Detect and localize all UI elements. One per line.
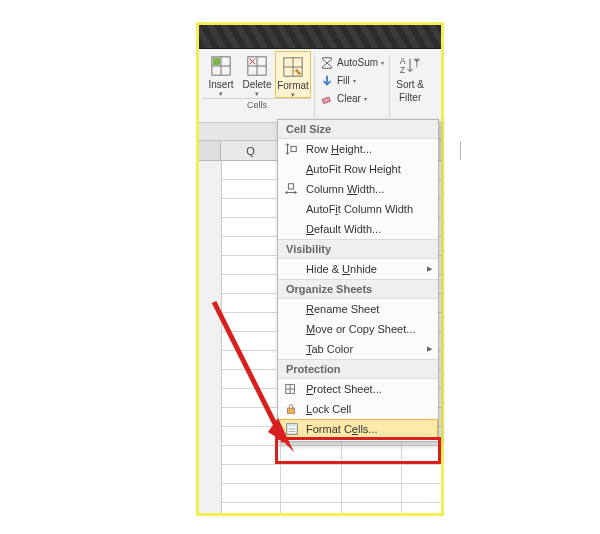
svg-text:A: A (400, 57, 406, 66)
menu-item-tab-color[interactable]: Tab Color ▶ (278, 339, 438, 359)
menu-label: Protect Sheet... (306, 383, 382, 395)
svg-rect-20 (288, 408, 295, 413)
sort-filter-label-1: Sort & (396, 79, 424, 90)
autosum-button[interactable]: AutoSum ▾ (318, 54, 386, 71)
group-label-cells: Cells (203, 98, 311, 111)
ribbon-editing-stack: AutoSum ▾ Fill ▾ Clear ▾ (318, 51, 386, 122)
protect-sheet-icon (284, 382, 298, 396)
ribbon-separator (314, 55, 315, 118)
menu-label: AutoFit Column Width (306, 203, 413, 215)
menu-label: Move or Copy Sheet... (306, 323, 415, 335)
fill-button[interactable]: Fill ▾ (318, 72, 386, 89)
menu-item-lock-cell[interactable]: Lock Cell (278, 399, 438, 419)
menu-item-row-height[interactable]: Row Height... (278, 139, 438, 159)
chevron-down-icon: ▾ (219, 92, 223, 96)
menu-label: Row Height... (306, 143, 372, 155)
insert-label: Insert (208, 79, 233, 90)
delete-label: Delete (243, 79, 272, 90)
svg-rect-22 (287, 424, 298, 427)
chevron-down-icon: ▾ (353, 77, 356, 84)
menu-label: Rename Sheet (306, 303, 379, 315)
column-header[interactable]: Q (221, 141, 281, 160)
menu-label: Format Cells... (306, 423, 378, 435)
svg-rect-15 (291, 146, 296, 151)
menu-item-autofit-row-height[interactable]: AutoFit Row Height (278, 159, 438, 179)
column-width-icon (284, 182, 298, 196)
menu-item-format-cells[interactable]: Format Cells... (278, 419, 438, 439)
menu-label: Hide & Unhide (306, 263, 377, 275)
menu-section-visibility: Visibility (278, 239, 438, 259)
format-button[interactable]: Format ▾ (275, 51, 311, 98)
menu-section-cell-size: Cell Size (278, 120, 438, 139)
chevron-down-icon: ▾ (255, 92, 259, 96)
sort-filter-label-2: Filter (399, 92, 421, 103)
delete-cells-icon (246, 55, 268, 77)
menu-label: Column Width... (306, 183, 384, 195)
menu-item-move-copy-sheet[interactable]: Move or Copy Sheet... (278, 319, 438, 339)
ribbon: Insert ▾ Delete ▾ Format ▾ Cells (199, 49, 441, 123)
menu-label: Lock Cell (306, 403, 351, 415)
svg-rect-3 (213, 58, 220, 65)
menu-item-rename-sheet[interactable]: Rename Sheet (278, 299, 438, 319)
format-cells-icon (282, 56, 304, 78)
autosum-label: AutoSum (337, 57, 378, 68)
menu-item-hide-unhide[interactable]: Hide & Unhide ▶ (278, 259, 438, 279)
column-letter: Q (246, 145, 255, 157)
menu-section-organize: Organize Sheets (278, 279, 438, 299)
submenu-arrow-icon: ▶ (427, 265, 432, 273)
svg-rect-16 (288, 184, 293, 189)
sigma-icon (320, 56, 334, 70)
chevron-down-icon: ▾ (364, 95, 367, 102)
format-dropdown-menu: Cell Size Row Height... AutoFit Row Heig… (277, 119, 439, 442)
delete-button[interactable]: Delete ▾ (239, 51, 275, 98)
ribbon-group-cells: Insert ▾ Delete ▾ Format ▾ Cells (203, 51, 311, 122)
format-cells-dialog-icon (285, 422, 299, 436)
menu-label: Default Width... (306, 223, 381, 235)
menu-item-default-width[interactable]: Default Width... (278, 219, 438, 239)
svg-text:Z: Z (400, 66, 405, 75)
sort-filter-icon: A Z (399, 55, 421, 77)
select-all-corner[interactable] (199, 141, 221, 160)
sort-filter-button[interactable]: A Z Sort & Filter (393, 51, 427, 122)
chevron-down-icon: ▾ (291, 93, 295, 97)
fill-label: Fill (337, 75, 350, 86)
menu-label: Tab Color (306, 343, 353, 355)
chevron-down-icon: ▾ (381, 59, 384, 66)
insert-cells-icon (210, 55, 232, 77)
submenu-arrow-icon: ▶ (427, 345, 432, 353)
clear-button[interactable]: Clear ▾ (318, 90, 386, 107)
menu-label: AutoFit Row Height (306, 163, 401, 175)
eraser-icon (320, 92, 334, 106)
clear-label: Clear (337, 93, 361, 104)
ribbon-separator (389, 55, 390, 118)
menu-section-protection: Protection (278, 359, 438, 379)
row-height-icon (284, 142, 298, 156)
window-titlebar (199, 25, 441, 49)
svg-rect-12 (322, 97, 330, 104)
lock-icon (284, 402, 298, 416)
menu-item-column-width[interactable]: Column Width... (278, 179, 438, 199)
menu-item-protect-sheet[interactable]: Protect Sheet... (278, 379, 438, 399)
menu-item-autofit-column-width[interactable]: AutoFit Column Width (278, 199, 438, 219)
insert-button[interactable]: Insert ▾ (203, 51, 239, 98)
format-label: Format (277, 80, 309, 91)
fill-down-icon (320, 74, 334, 88)
